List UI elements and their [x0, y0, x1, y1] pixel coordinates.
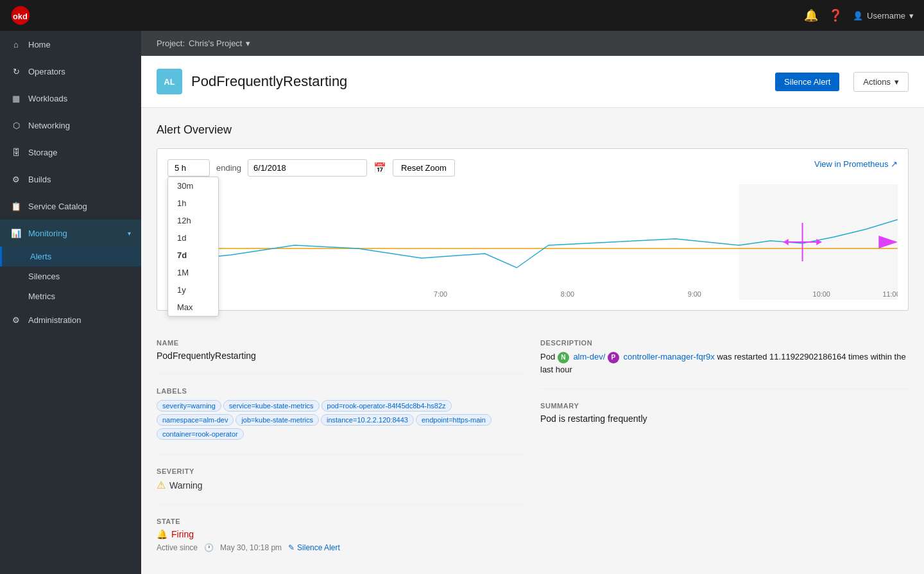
sidebar-label-service-catalog: Service Catalog [28, 202, 87, 211]
left-details: NAME PodFrequentlyRestarting LABELS seve… [157, 326, 525, 565]
desc-pre: Pod [540, 352, 555, 361]
sidebar-item-home[interactable]: ⌂ Home [0, 31, 141, 58]
sidebar-label-builds: Builds [28, 175, 51, 184]
notification-icon[interactable]: 🔔 [804, 8, 818, 22]
sidebar-item-operators[interactable]: ↻ Operators [0, 58, 141, 85]
monitoring-icon: 📊 [10, 227, 22, 239]
actions-chevron-icon: ▾ [894, 77, 899, 87]
label-chip: service=kube-state-metrics [223, 400, 320, 412]
project-label: Project: [157, 39, 185, 48]
alm-dev-link[interactable]: alm-dev/ [573, 352, 605, 361]
sidebar-label-administration: Administration [28, 315, 81, 325]
active-since-date: May 30, 10:18 pm [220, 543, 282, 552]
sidebar-item-storage[interactable]: 🗄 Storage [0, 139, 141, 166]
sidebar-item-administration[interactable]: ⚙ Administration [0, 306, 141, 333]
sidebar-label-operators: Operators [28, 67, 65, 76]
username-label: Username [867, 11, 905, 21]
label-chip: endpoint=https-main [416, 414, 492, 426]
time-option-30m[interactable]: 30m [168, 177, 218, 195]
silence-alert-button[interactable]: Silence Alert [775, 73, 839, 91]
operators-icon: ↻ [10, 65, 22, 77]
chevron-down-icon: ▾ [128, 230, 131, 237]
sidebar-sub-metrics-label: Metrics [28, 291, 55, 301]
time-option-max[interactable]: Max [168, 299, 218, 316]
silence-icon: ✎ [288, 543, 295, 552]
sidebar-sub-alerts-label: Alerts [30, 252, 51, 261]
svg-text:10:00: 10:00 [813, 290, 830, 298]
sidebar-item-workloads[interactable]: ▦ Workloads [0, 85, 141, 112]
label-chip: severity=warning [157, 400, 221, 412]
sidebar-item-service-catalog[interactable]: 📋 Service Catalog [0, 193, 141, 220]
svg-text:11:00: 11:00 [882, 290, 898, 298]
alert-title: PodFrequentlyRestarting [191, 73, 766, 90]
time-option-1h[interactable]: 1h [168, 195, 218, 212]
time-range-select[interactable]: 5 h 30m 1h 12h 1d 7d 1M 1y Max [167, 159, 210, 177]
svg-text:9:00: 9:00 [688, 290, 701, 298]
project-bar: Project: Chris's Project ▾ [141, 31, 924, 56]
date-input[interactable] [248, 159, 367, 177]
sidebar-item-networking[interactable]: ⬡ Networking [0, 112, 141, 139]
silence-alert-link[interactable]: ✎ Silence Alert [288, 543, 340, 552]
name-label: NAME [157, 339, 525, 347]
p-badge: P [608, 352, 619, 363]
active-since-label: Active since [157, 543, 198, 552]
sidebar-sub-metrics[interactable]: Metrics [0, 286, 141, 306]
description-text: Pod N alm-dev/ P controller-manager-fqr9… [540, 351, 909, 376]
workloads-icon: ▦ [10, 92, 22, 104]
storage-icon: 🗄 [10, 146, 22, 158]
top-bar: okd 🔔 ❓ 👤 Username ▾ [0, 0, 924, 31]
alert-header: AL PodFrequentlyRestarting Silence Alert… [141, 56, 924, 108]
severity-value: ⚠ Warning [157, 479, 525, 491]
name-value: PodFrequentlyRestarting [157, 351, 525, 361]
severity-block: SEVERITY ⚠ Warning [157, 455, 525, 505]
label-chip: pod=rook-operator-84f45dc8b4-hs82z [321, 400, 452, 412]
state-label: STATE [157, 517, 525, 525]
right-details: DESCRIPTION Pod N alm-dev/ P controller-… [540, 326, 909, 565]
overview-title: Alert Overview [157, 123, 909, 137]
time-dropdown: 30m 1h 12h 1d 7d 1M 1y Max [167, 177, 219, 317]
time-option-7d[interactable]: 7d [168, 247, 218, 264]
severity-text: Warning [169, 480, 203, 491]
help-icon[interactable]: ❓ [828, 8, 843, 22]
time-select-wrapper: 5 h 30m 1h 12h 1d 7d 1M 1y Max [167, 159, 210, 177]
sidebar-sub-alerts[interactable]: Alerts [0, 247, 141, 266]
reset-zoom-button[interactable]: Reset Zoom [393, 159, 455, 177]
admin-icon: ⚙ [10, 314, 22, 326]
top-bar-icons: 🔔 ❓ 👤 Username ▾ [804, 8, 914, 22]
sidebar-sub-silences-label: Silences [28, 272, 60, 281]
prometheus-link[interactable]: View in Prometheus ↗ [814, 159, 898, 169]
fire-icon: 🔔 [157, 529, 167, 539]
description-label: DESCRIPTION [540, 339, 909, 347]
actions-button[interactable]: Actions ▾ [853, 72, 909, 92]
ending-label: ending [216, 163, 241, 173]
sidebar-label-storage: Storage [28, 148, 58, 157]
chevron-down-icon: ▾ [909, 11, 914, 21]
active-since: Active since 🕐 May 30, 10:18 pm ✎ Silenc… [157, 543, 525, 552]
controller-link[interactable]: controller-manager-fqr9x [624, 352, 715, 361]
time-option-1m[interactable]: 1M [168, 264, 218, 281]
user-icon: 👤 [853, 11, 863, 21]
name-block: NAME PodFrequentlyRestarting [157, 326, 525, 374]
time-option-1y[interactable]: 1y [168, 281, 218, 299]
logo: okd [10, 5, 31, 26]
details-grid: NAME PodFrequentlyRestarting LABELS seve… [157, 326, 909, 565]
sidebar-sub-silences[interactable]: Silences [0, 266, 141, 286]
sidebar-item-builds[interactable]: ⚙ Builds [0, 166, 141, 193]
home-icon: ⌂ [10, 39, 22, 50]
project-name-link[interactable]: Chris's Project [189, 39, 242, 48]
time-option-1d[interactable]: 1d [168, 229, 218, 247]
svg-text:okd: okd [13, 12, 28, 21]
builds-icon: ⚙ [10, 173, 22, 185]
chart-controls: 5 h 30m 1h 12h 1d 7d 1M 1y Max [167, 159, 898, 177]
calendar-icon[interactable]: 📅 [373, 162, 386, 174]
sidebar-label-home: Home [28, 40, 51, 49]
sidebar-item-monitoring[interactable]: 📊 Monitoring ▾ [0, 220, 141, 247]
svg-text:8:00: 8:00 [561, 290, 574, 298]
content-area: Project: Chris's Project ▾ AL PodFrequen… [141, 31, 924, 574]
time-option-12h[interactable]: 12h [168, 212, 218, 229]
labels-label: LABELS [157, 387, 525, 395]
clock-icon: 🕐 [204, 543, 214, 552]
actions-label: Actions [863, 77, 891, 87]
state-value: 🔔 Firing [157, 529, 525, 539]
user-menu[interactable]: 👤 Username ▾ [853, 11, 914, 21]
